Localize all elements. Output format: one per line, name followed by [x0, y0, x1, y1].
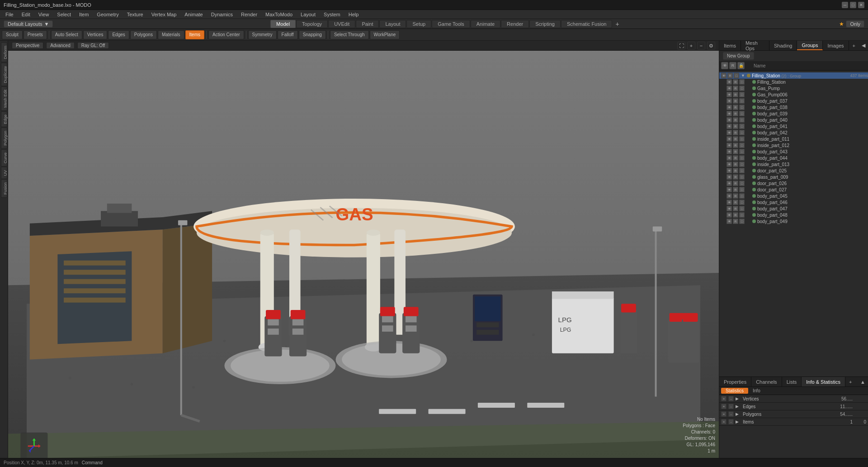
vis-render-5[interactable]: R [733, 105, 738, 110]
vis-eye-3[interactable]: 👁 [726, 92, 732, 97]
menu-item-file[interactable]: File [2, 11, 17, 18]
rpanel-tab-mesh-ops[interactable]: Mesh Ops [741, 41, 769, 50]
vis-render-18[interactable]: R [733, 187, 738, 192]
stats-tab-info[interactable]: Info [748, 388, 765, 394]
vis-render-10[interactable]: R [733, 136, 738, 142]
default-layouts-button[interactable]: Default Layouts ▼ [4, 20, 53, 28]
vis-render-23[interactable]: R [733, 219, 738, 224]
vis-eye-4[interactable]: 👁 [726, 98, 732, 104]
bpanel-tab-info-&-statistics[interactable]: Info & Statistics [802, 377, 845, 386]
scene-item-body_part_043[interactable]: 👁R□ body_part_043 [719, 148, 868, 155]
vis-render-21[interactable]: R [733, 206, 738, 211]
scene-item-body_part_038[interactable]: 👁R□ body_part_038 [719, 104, 868, 110]
rpanel-add-tab[interactable]: + [849, 42, 859, 49]
scene-item-inside_part_012[interactable]: 👁R□ inside_part_012 [719, 142, 868, 148]
tab-setup[interactable]: Setup [406, 20, 431, 28]
vis-eye-21[interactable]: 👁 [726, 206, 732, 211]
scene-item-door_part_026[interactable]: 👁R□ door_part_026 [719, 180, 868, 186]
auto-select-button[interactable]: Auto Select [51, 30, 82, 39]
edges-button[interactable]: Edges [108, 30, 129, 39]
vis-render-3[interactable]: R [733, 92, 738, 97]
scene-item-filling_station[interactable]: 👁R□ Filling_Station [719, 79, 868, 85]
vis-lock-4[interactable]: □ [739, 98, 745, 104]
new-group-button[interactable]: New Group [723, 52, 754, 60]
tab-model[interactable]: Model [270, 20, 296, 28]
vis-render-16[interactable]: R [733, 174, 738, 180]
ray-gl-button[interactable]: Ray GL: Off [77, 42, 109, 49]
menu-item-view[interactable]: View [35, 11, 53, 18]
scene-item-body_part_047[interactable]: 👁R□ body_part_047 [719, 205, 868, 212]
tab-topology[interactable]: Topology [296, 20, 328, 28]
scene-list[interactable]: 👁R□▼Filling_Station (2) : Group437 Items… [719, 71, 868, 376]
scene-item-door_part_027[interactable]: 👁R□ door_part_027 [719, 186, 868, 193]
vis-lock-3[interactable]: □ [739, 92, 745, 97]
vis-lock-1[interactable]: □ [739, 79, 745, 85]
vis-eye-6[interactable]: 👁 [726, 111, 732, 116]
vp-maximize-btn[interactable]: ⛶ [677, 42, 685, 50]
sidebar-tab-mesh-edit[interactable]: Mesh Edit [1, 86, 7, 111]
stat-sub-2[interactable]: - [728, 411, 734, 417]
vis-eye-10[interactable]: 👁 [726, 136, 732, 142]
sidebar-tab-curve[interactable]: Curve [1, 149, 7, 167]
vis-render-0[interactable]: R [727, 73, 733, 78]
rpanel-tab-shading[interactable]: Shading [769, 41, 797, 50]
scene-item-body_part_041[interactable]: 👁R□ body_part_041 [719, 123, 868, 129]
vis-lock-15[interactable]: □ [739, 168, 745, 173]
scene-item-inside_part_011[interactable]: 👁R□ inside_part_011 [719, 136, 868, 142]
vis-eye-16[interactable]: 👁 [726, 174, 732, 180]
tab-game-tools[interactable]: Game Tools [432, 20, 470, 28]
sidebar-tab-deform[interactable]: Deform [1, 43, 7, 62]
vis-eye-15[interactable]: 👁 [726, 168, 732, 173]
scene-item-filling_station[interactable]: 👁R□▼Filling_Station (2) : Group437 Items [719, 72, 868, 79]
viewport[interactable]: Perspective Advanced Ray GL: Off ⛶ + − ⚙ [8, 41, 719, 458]
select-through-button[interactable]: Select Through [330, 30, 369, 39]
vis-eye-18[interactable]: 👁 [726, 187, 732, 192]
vis-lock-14[interactable]: □ [739, 162, 745, 167]
action-center-button[interactable]: Action Center [208, 30, 244, 39]
vis-render-4[interactable]: R [733, 98, 738, 104]
scene-item-body_part_046[interactable]: 👁R□ body_part_046 [719, 199, 868, 205]
scene-item-body_part_039[interactable]: 👁R□ body_part_039 [719, 110, 868, 117]
vis-lock-20[interactable]: □ [739, 200, 745, 205]
tab-animate[interactable]: Animate [471, 20, 500, 28]
menu-item-system[interactable]: System [320, 11, 344, 18]
menu-item-render[interactable]: Render [237, 11, 261, 18]
vis-eye-23[interactable]: 👁 [726, 219, 732, 224]
stat-sub-0[interactable]: - [728, 396, 734, 401]
vis-render-6[interactable]: R [733, 111, 738, 116]
vis-lock-16[interactable]: □ [739, 174, 745, 180]
vis-eye-7[interactable]: 👁 [726, 117, 732, 123]
vis-eye-11[interactable]: 👁 [726, 143, 732, 148]
scene-item-gas_pump[interactable]: 👁R□ Gas_Pump [719, 85, 868, 91]
maximize-button[interactable]: □ [850, 2, 856, 8]
scene-item-body_part_042[interactable]: 👁R□ body_part_042 [719, 129, 868, 136]
vis-eye-17[interactable]: 👁 [726, 181, 732, 186]
menu-item-dynamics[interactable]: Dynamics [208, 11, 236, 18]
vis-lock-17[interactable]: □ [739, 181, 745, 186]
menu-item-edit[interactable]: Edit [18, 11, 34, 18]
vis-render-22[interactable]: R [733, 212, 738, 218]
vis-lock-22[interactable]: □ [739, 212, 745, 218]
vis-render-9[interactable]: R [733, 130, 738, 135]
vis-render-2[interactable]: R [733, 86, 738, 91]
vis-render-1[interactable]: R [733, 79, 738, 85]
bpanel-tab-lists[interactable]: Lists [782, 377, 802, 386]
vis-render-14[interactable]: R [733, 162, 738, 167]
vis-lock-12[interactable]: □ [739, 149, 745, 154]
tab-uvedit[interactable]: UVEdit [328, 20, 355, 28]
vertices-button[interactable]: Vertices [83, 30, 108, 39]
vis-eye-5[interactable]: 👁 [726, 105, 732, 110]
vis-lock-8[interactable]: □ [739, 124, 745, 129]
vis-eye-2[interactable]: 👁 [726, 86, 732, 91]
tab-scripting[interactable]: Scripting [529, 20, 561, 28]
scene-item-body_part_037[interactable]: 👁R□ body_part_037 [719, 98, 868, 104]
menu-item-vertex-map[interactable]: Vertex Map [148, 11, 180, 18]
vis-eye-12[interactable]: 👁 [726, 149, 732, 154]
scene-item-inside_part_013[interactable]: 👁R□ inside_part_013 [719, 161, 868, 167]
scene-item-body_part_048[interactable]: 👁R□ body_part_048 [719, 212, 868, 218]
vis-eye-20[interactable]: 👁 [726, 200, 732, 205]
stat-expand-2[interactable]: + [721, 411, 726, 417]
stat-expand-3[interactable]: + [721, 419, 726, 424]
falloff-button[interactable]: Falloff [278, 30, 298, 39]
vis-lock-7[interactable]: □ [739, 117, 745, 123]
